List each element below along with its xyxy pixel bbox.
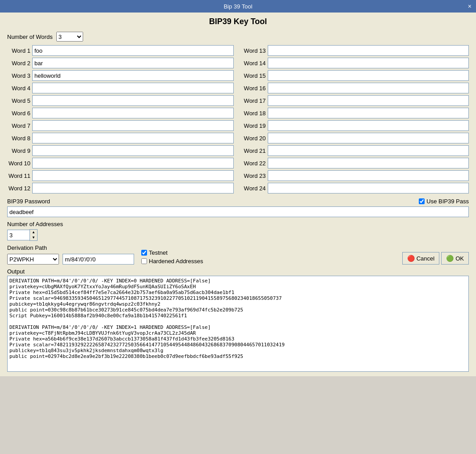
word-row: Word 9 bbox=[7, 145, 234, 156]
testnet-label[interactable]: Testnet bbox=[149, 249, 168, 256]
word-input[interactable] bbox=[268, 158, 469, 168]
cancel-icon: 🔴 bbox=[407, 255, 415, 262]
word-row: Word 8 bbox=[7, 133, 234, 143]
testnet-row: Testnet bbox=[141, 249, 203, 256]
word-label: Word 7 bbox=[7, 122, 30, 129]
word-label: Word 2 bbox=[7, 60, 30, 67]
output-textarea[interactable] bbox=[7, 276, 469, 372]
word-input[interactable] bbox=[268, 120, 469, 131]
spinner-down-button[interactable]: ▼ bbox=[30, 235, 37, 240]
action-buttons: 🔴 Cancel 🟢 OK bbox=[402, 252, 469, 265]
word-label: Word 8 bbox=[7, 135, 30, 142]
word-row: Word 3 bbox=[7, 70, 234, 81]
word-input[interactable] bbox=[268, 58, 469, 68]
word-row: Word 2 bbox=[7, 58, 234, 68]
word-input[interactable] bbox=[268, 83, 469, 93]
deriv-controls: P2WPKH P2PKH P2SH-P2WPKH bbox=[7, 254, 134, 265]
deriv-path-input[interactable] bbox=[63, 254, 134, 265]
word-row: Word 16 bbox=[243, 83, 469, 93]
word-row: Word 10 bbox=[7, 158, 234, 168]
num-addresses-section: Number of Addresses ▲ ▼ bbox=[7, 221, 469, 241]
word-input[interactable] bbox=[268, 133, 469, 143]
num-words-label: Number of Words bbox=[7, 34, 53, 40]
word-row: Word 12 bbox=[7, 183, 234, 193]
word-row: Word 6 bbox=[7, 108, 234, 118]
spinner-up-button[interactable]: ▲ bbox=[30, 230, 37, 235]
word-input[interactable] bbox=[32, 120, 234, 131]
word-input[interactable] bbox=[32, 158, 234, 168]
word-input[interactable] bbox=[32, 83, 234, 93]
deriv-label: Derivation Path bbox=[7, 244, 134, 251]
word-row: Word 15 bbox=[243, 70, 469, 81]
word-row: Word 21 bbox=[243, 145, 469, 156]
testnet-checkbox[interactable] bbox=[141, 250, 147, 256]
word-input[interactable] bbox=[268, 95, 469, 106]
word-row: Word 11 bbox=[7, 170, 234, 181]
word-input[interactable] bbox=[268, 45, 469, 56]
ok-icon: 🟢 bbox=[446, 255, 454, 262]
word-row: Word 22 bbox=[243, 158, 469, 168]
word-row: Word 17 bbox=[243, 95, 469, 106]
word-row: Word 7 bbox=[7, 120, 234, 131]
word-input[interactable] bbox=[268, 108, 469, 118]
num-words-row: Number of Words 3 6 9 12 15 18 21 24 bbox=[7, 32, 469, 42]
word-label: Word 14 bbox=[243, 60, 266, 67]
use-bip39-pass-checkbox[interactable] bbox=[419, 198, 425, 204]
word-row: Word 23 bbox=[243, 170, 469, 181]
word-row: Word 1 bbox=[7, 45, 234, 56]
password-input[interactable] bbox=[7, 206, 469, 217]
word-input[interactable] bbox=[268, 170, 469, 181]
hardened-row: Hardened Addresses bbox=[141, 258, 203, 265]
word-label: Word 16 bbox=[243, 85, 266, 92]
word-input[interactable] bbox=[32, 45, 234, 56]
word-input[interactable] bbox=[32, 95, 234, 106]
word-row: Word 24 bbox=[243, 183, 469, 193]
word-label: Word 18 bbox=[243, 110, 266, 117]
spinner-buttons: ▲ ▼ bbox=[29, 229, 38, 241]
title-bar: Bip 39 Tool × bbox=[0, 0, 476, 13]
word-label: Word 19 bbox=[243, 122, 266, 129]
close-button[interactable]: × bbox=[466, 3, 473, 10]
bottom-controls-row: Derivation Path P2WPKH P2PKH P2SH-P2WPKH… bbox=[7, 244, 469, 265]
word-label: Word 15 bbox=[243, 72, 266, 79]
num-addresses-input[interactable] bbox=[7, 230, 29, 240]
word-label: Word 1 bbox=[7, 47, 30, 54]
word-row: Word 14 bbox=[243, 58, 469, 68]
output-section: Output bbox=[7, 268, 469, 372]
use-pass-label[interactable]: Use BIP39 Pass bbox=[426, 198, 469, 205]
word-input[interactable] bbox=[32, 108, 234, 118]
word-input[interactable] bbox=[32, 145, 234, 156]
word-input[interactable] bbox=[32, 58, 234, 68]
ok-button[interactable]: 🟢 OK bbox=[441, 252, 469, 265]
word-label: Word 10 bbox=[7, 160, 30, 167]
word-row: Word 13 bbox=[243, 45, 469, 56]
word-label: Word 12 bbox=[7, 185, 30, 192]
word-label: Word 11 bbox=[7, 172, 30, 179]
word-label: Word 13 bbox=[243, 47, 266, 54]
word-label: Word 9 bbox=[7, 147, 30, 154]
use-pass-row: Use BIP39 Pass bbox=[419, 198, 469, 205]
word-input[interactable] bbox=[32, 133, 234, 143]
word-label: Word 5 bbox=[7, 97, 30, 104]
main-container: BIP39 Key Tool Number of Words 3 6 9 12 … bbox=[0, 13, 476, 376]
deriv-type-select[interactable]: P2WPKH P2PKH P2SH-P2WPKH bbox=[7, 254, 59, 265]
word-label: Word 4 bbox=[7, 85, 30, 92]
output-area-wrapper bbox=[7, 276, 469, 372]
hardened-label[interactable]: Hardened Addresses bbox=[149, 258, 203, 265]
word-input[interactable] bbox=[268, 145, 469, 156]
num-words-select[interactable]: 3 6 9 12 15 18 21 24 bbox=[56, 32, 83, 42]
word-input[interactable] bbox=[268, 183, 469, 193]
word-label: Word 21 bbox=[243, 147, 266, 154]
cancel-label: Cancel bbox=[417, 255, 434, 262]
word-input[interactable] bbox=[32, 70, 234, 81]
word-label: Word 3 bbox=[7, 72, 30, 79]
password-label: BIP39 Password bbox=[7, 198, 50, 205]
word-input[interactable] bbox=[32, 183, 234, 193]
word-input[interactable] bbox=[32, 170, 234, 181]
window-title: Bip 39 Tool bbox=[223, 3, 252, 10]
word-row: Word 19 bbox=[243, 120, 469, 131]
word-input[interactable] bbox=[268, 70, 469, 81]
cancel-button[interactable]: 🔴 Cancel bbox=[402, 252, 439, 265]
hardened-checkbox[interactable] bbox=[141, 258, 147, 264]
word-label: Word 20 bbox=[243, 135, 266, 142]
